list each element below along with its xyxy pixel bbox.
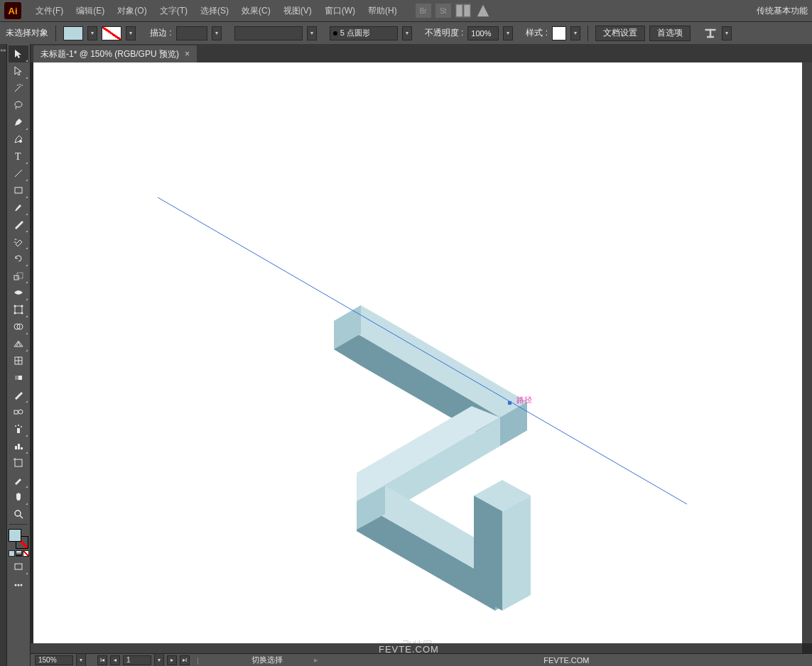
color-mode-solid[interactable] (9, 550, 15, 557)
screen-mode-tool[interactable] (9, 558, 28, 575)
artboard-dropdown[interactable] (154, 653, 164, 667)
brush-dropdown[interactable] (402, 26, 412, 40)
svg-point-36 (15, 511, 21, 516)
gpu-icon[interactable] (475, 4, 491, 18)
direct-selection-tool[interactable] (9, 62, 28, 80)
color-mode-gradient[interactable] (16, 550, 22, 557)
document-tab-bar: 未标题-1* @ 150% (RGB/GPU 预览) × (31, 44, 812, 62)
zoom-dropdown[interactable] (76, 653, 86, 667)
vertical-scrollbar[interactable] (802, 62, 812, 643)
stroke-profile-dropdown[interactable] (307, 26, 317, 40)
align-icon[interactable] (703, 26, 718, 40)
svg-rect-31 (18, 444, 20, 449)
canvas-viewport[interactable]: 路径 飞特网 FEVTE.COM (31, 62, 812, 653)
stroke-swatch[interactable] (102, 26, 121, 40)
svg-point-16 (21, 312, 23, 315)
magic-wand-tool[interactable] (9, 80, 28, 97)
gradient-tool[interactable] (9, 369, 28, 386)
curvature-tool[interactable] (9, 131, 28, 148)
opacity-label: 不透明度 : (425, 27, 464, 39)
eyedropper-tool[interactable] (9, 386, 28, 403)
status-watermark: FEVTE.COM (325, 656, 808, 665)
pen-tool[interactable] (9, 114, 28, 131)
shape-builder-tool[interactable] (9, 318, 28, 335)
work-area: ▸▸ T (0, 44, 812, 666)
menu-help[interactable]: 帮助(H) (362, 2, 403, 20)
menu-window[interactable]: 窗口(W) (319, 2, 361, 20)
align-dropdown[interactable] (722, 26, 732, 40)
next-artboard-button[interactable]: ▸ (167, 655, 177, 665)
svg-point-27 (15, 425, 16, 427)
svg-rect-10 (14, 275, 18, 280)
line-tool[interactable] (9, 165, 28, 182)
bridge-icon[interactable]: Br (416, 4, 431, 18)
svg-rect-26 (17, 428, 20, 433)
fill-swatch[interactable] (63, 26, 83, 40)
rectangle-tool[interactable] (9, 182, 28, 199)
menu-view[interactable]: 视图(V) (278, 2, 318, 20)
svg-rect-9 (15, 187, 22, 193)
scale-tool[interactable] (9, 267, 28, 284)
stroke-profile-select[interactable] (234, 26, 303, 40)
brush-select[interactable]: 5 点圆形 (330, 26, 398, 40)
document-setup-button[interactable]: 文档设置 (595, 26, 645, 41)
opacity-dropdown[interactable] (503, 26, 513, 40)
panel-collapse-left[interactable]: ▸▸ (0, 44, 7, 666)
fill-dropdown[interactable] (87, 26, 97, 40)
free-transform-tool[interactable] (9, 301, 28, 318)
menu-type[interactable]: 文字(T) (154, 2, 193, 20)
svg-rect-30 (15, 446, 17, 449)
svg-point-39 (15, 584, 17, 586)
status-bar: I◂ ◂ ▸ ▸I | 切换选择 ▸ FEVTE.COM (31, 653, 812, 666)
selection-tool[interactable] (9, 45, 28, 62)
type-tool[interactable]: T (9, 148, 28, 165)
prev-artboard-button[interactable]: ◂ (110, 655, 120, 665)
pencil-tool[interactable] (9, 216, 28, 233)
symbol-sprayer-tool[interactable] (9, 420, 28, 437)
zoom-input[interactable] (35, 655, 73, 665)
first-artboard-button[interactable]: I◂ (97, 655, 107, 665)
blend-tool[interactable] (9, 403, 28, 420)
last-artboard-button[interactable]: ▸I (180, 655, 190, 665)
lasso-tool[interactable] (9, 97, 28, 114)
stock-icon[interactable]: St (435, 4, 451, 18)
zoom-tool[interactable] (9, 506, 28, 523)
opacity-input[interactable] (467, 26, 499, 40)
perspective-grid-tool[interactable] (9, 335, 28, 352)
column-graph-tool[interactable] (9, 437, 28, 454)
artboard-tool[interactable] (9, 454, 28, 471)
paintbrush-tool[interactable] (9, 199, 28, 216)
stroke-weight-input[interactable] (176, 26, 207, 40)
rotate-tool[interactable] (9, 250, 28, 267)
svg-point-29 (21, 426, 22, 427)
stroke-dropdown[interactable] (126, 26, 136, 40)
menu-file[interactable]: 文件(F) (30, 2, 69, 20)
preferences-button[interactable]: 首选项 (649, 26, 691, 41)
menu-edit[interactable]: 编辑(E) (70, 2, 110, 20)
graphic-style-swatch[interactable] (552, 26, 566, 40)
hand-tool[interactable] (9, 488, 28, 506)
edit-toolbar-button[interactable] (9, 577, 28, 594)
eraser-tool[interactable] (9, 233, 28, 250)
menu-object[interactable]: 对象(O) (112, 2, 152, 20)
menu-select[interactable]: 选择(S) (195, 2, 234, 20)
menu-effect[interactable]: 效果(C) (236, 2, 276, 20)
artboard[interactable]: 路径 飞特网 (33, 62, 802, 643)
artboard-number-input[interactable] (123, 655, 151, 665)
workspace-switcher[interactable]: 传统基本功能 (757, 5, 808, 17)
width-tool[interactable] (9, 284, 28, 301)
svg-point-6 (19, 140, 22, 143)
color-mode-none[interactable] (23, 550, 29, 557)
graphic-style-dropdown[interactable] (570, 26, 580, 40)
svg-rect-38 (15, 564, 22, 569)
mesh-tool[interactable] (9, 352, 28, 369)
close-tab-button[interactable]: × (185, 49, 190, 59)
path-anchor-icon (508, 401, 511, 405)
svg-rect-32 (21, 447, 23, 449)
arrange-docs-icon[interactable] (455, 4, 471, 18)
fill-stroke-indicator[interactable] (9, 529, 28, 549)
slice-tool[interactable] (9, 471, 28, 488)
svg-text:T: T (15, 151, 21, 162)
stroke-weight-dropdown[interactable] (212, 26, 222, 40)
document-tab[interactable]: 未标题-1* @ 150% (RGB/GPU 预览) × (33, 45, 197, 62)
